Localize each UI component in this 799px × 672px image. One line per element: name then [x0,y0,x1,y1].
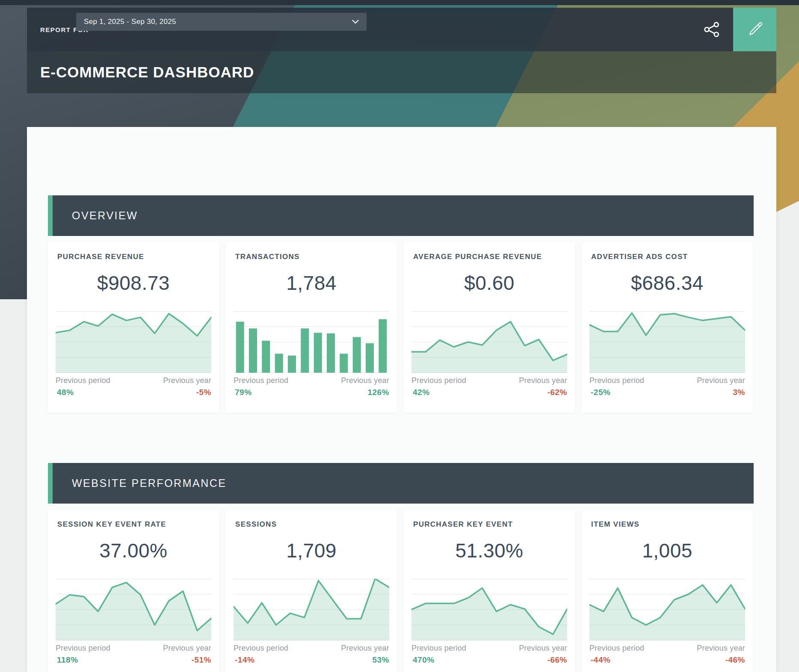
metric-title: AVERAGE PURCHASE REVENUE [413,253,565,261]
section-website-performance: WEBSITE PERFORMANCE SESSION KEY EVENT RA… [48,463,754,672]
edit-button[interactable] [733,8,776,51]
metric-title: ITEM VIEWS [591,520,743,529]
metric-value: 1,005 [582,539,753,562]
prev-period-label: Previous period [589,644,644,653]
metric-card-session-key-event-rate: SESSION KEY EVENT RATE 37.00% Previous p… [48,510,219,672]
prev-year-value: -62% [547,388,567,397]
metric-title: ADVERTISER ADS COST [591,253,743,261]
sparkline-chart [56,311,211,373]
share-button[interactable] [697,8,727,51]
prev-period-label: Previous period [589,376,644,385]
prev-period-value: -14% [235,655,254,665]
metric-value: 1,784 [226,271,397,295]
chevron-down-icon [352,20,359,24]
section-overview: OVERVIEW PURCHASE REVENUE $908.73 Previo… [48,195,754,413]
metric-card-average-purchase-revenue: AVERAGE PURCHASE REVENUE $0.60 Previous … [404,242,575,413]
sparkline-chart [234,579,389,640]
section-accent-strip [48,195,53,236]
date-range-value: Sep 1, 2025 - Sep 30, 2025 [84,18,352,26]
section-title: WEBSITE PERFORMANCE [72,477,226,489]
metric-value: $686.34 [582,271,753,295]
section-accent-strip [48,463,53,504]
prev-year-value: -66% [547,655,567,665]
metric-card-purchase-revenue: PURCHASE REVENUE $908.73 Previous period… [48,242,219,413]
prev-period-label: Previous period [56,644,110,653]
sparkline-chart [589,579,745,640]
metric-title: PURCHASER KEY EVENT [413,520,565,529]
page-title: E-COMMERCE DASHBOARD [40,64,254,81]
prev-period-label: Previous period [411,376,466,385]
section-header: OVERVIEW [48,195,754,236]
prev-period-value: -44% [591,655,610,665]
prev-year-value: -46% [725,655,745,665]
date-range-dropdown[interactable]: Sep 1, 2025 - Sep 30, 2025 [76,13,367,31]
prev-period-label: Previous period [56,376,110,385]
metric-title: SESSION KEY EVENT RATE [57,520,210,529]
prev-year-label: Previous year [697,644,745,653]
metric-card-advertiser-ads-cost: ADVERTISER ADS COST $686.34 Previous per… [582,242,753,413]
metric-card-sessions: SESSIONS 1,709 Previous period Previous … [226,510,397,672]
prev-period-label: Previous period [411,644,466,653]
prev-year-value: 3% [733,388,745,397]
prev-year-value: -5% [196,388,211,397]
section-header: WEBSITE PERFORMANCE [48,463,754,504]
metric-value: $0.60 [404,271,575,295]
prev-year-value: 126% [367,388,389,397]
prev-year-label: Previous year [341,376,389,385]
prev-year-label: Previous year [697,376,745,385]
prev-year-value: 53% [372,655,389,665]
prev-year-label: Previous year [163,376,211,385]
prev-period-value: -25% [591,388,610,397]
metric-card-transactions: TRANSACTIONS 1,784 Previous period Previ… [226,242,397,413]
bar-chart [234,311,389,373]
metric-title: TRANSACTIONS [235,253,388,261]
prev-year-label: Previous year [341,644,389,653]
prev-period-value: 470% [413,655,435,665]
prev-period-label: Previous period [234,376,288,385]
share-icon [703,21,720,38]
prev-period-label: Previous period [234,644,288,653]
metric-title: PURCHASE REVENUE [57,253,210,261]
metric-card-row: SESSION KEY EVENT RATE 37.00% Previous p… [48,510,754,672]
prev-year-label: Previous year [163,644,211,653]
metric-card-purchaser-key-event: PURCHASER KEY EVENT 51.30% Previous peri… [404,510,575,672]
prev-period-value: 48% [57,388,74,397]
sparkline-chart [411,311,567,373]
content-panel: OVERVIEW PURCHASE REVENUE $908.73 Previo… [27,127,776,672]
prev-period-value: 42% [413,388,430,397]
prev-year-value: -51% [192,655,211,665]
metric-value: 51.30% [404,539,575,562]
metric-title: SESSIONS [235,520,388,529]
prev-year-label: Previous year [519,376,567,385]
pencil-icon [746,21,764,38]
sparkline-chart [411,579,567,640]
prev-year-label: Previous year [519,644,567,653]
metric-card-item-views: ITEM VIEWS 1,005 Previous period Previou… [582,510,753,672]
metric-value: 1,709 [226,539,397,562]
title-band: E-COMMERCE DASHBOARD [27,51,776,93]
metric-value: $908.73 [48,271,219,295]
prev-period-value: 79% [235,388,252,397]
metric-value: 37.00% [48,539,219,562]
section-title: OVERVIEW [72,209,138,222]
sparkline-chart [589,311,745,373]
metric-card-row: PURCHASE REVENUE $908.73 Previous period… [48,242,754,413]
sparkline-chart [56,579,211,640]
prev-period-value: 118% [57,655,78,665]
